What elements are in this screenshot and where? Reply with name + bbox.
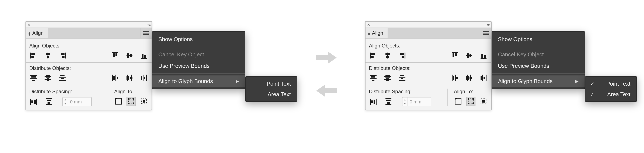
distribute-objects-label: Distribute Objects: xyxy=(369,65,488,71)
svg-rect-110 xyxy=(468,98,469,100)
svg-rect-67 xyxy=(452,52,458,53)
distribute-spacing-label: Distribute Spacing: xyxy=(29,89,98,95)
align-top-button[interactable] xyxy=(111,51,119,60)
menu-show-options[interactable]: Show Options xyxy=(492,33,584,45)
vdist-top-button[interactable] xyxy=(369,74,378,82)
align-to-artboard-button[interactable] xyxy=(114,97,123,106)
chevron-right-icon: ▶ xyxy=(575,79,578,84)
panel-flyout-button[interactable] xyxy=(480,28,491,38)
svg-rect-44 xyxy=(34,100,36,104)
svg-rect-98 xyxy=(484,77,485,79)
svg-rect-37 xyxy=(130,77,132,79)
svg-rect-53 xyxy=(133,98,134,100)
svg-rect-103 xyxy=(376,99,376,105)
collapse-icon[interactable]: «« xyxy=(487,22,490,27)
svg-rect-60 xyxy=(371,56,374,58)
menu-use-preview-bounds[interactable]: Use Preview Bounds xyxy=(492,60,584,72)
align-bottom-button[interactable] xyxy=(140,51,148,60)
align-to-artboard-button[interactable] xyxy=(454,97,462,106)
hdist-right-button[interactable] xyxy=(479,74,488,82)
svg-rect-32 xyxy=(116,75,116,81)
panel-tab-bar: ▴▾ Align xyxy=(366,28,491,39)
spacing-input[interactable] xyxy=(408,98,431,106)
sort-handle-icon: ▴▾ xyxy=(28,31,30,35)
submenu-point-text[interactable]: Point Text xyxy=(246,78,297,89)
check-icon: ✓ xyxy=(590,91,595,98)
svg-rect-68 xyxy=(452,53,454,57)
panel-flyout-menu: Show Options Cancel Key Object Use Previ… xyxy=(492,31,585,89)
tab-align[interactable]: ▴▾ Align xyxy=(366,28,388,38)
align-vcenter-button[interactable] xyxy=(125,51,134,60)
svg-rect-100 xyxy=(370,99,370,105)
submenu-area-text[interactable]: Area Text xyxy=(246,89,297,100)
tab-label: Align xyxy=(372,30,383,36)
vdist-bottom-button[interactable] xyxy=(58,74,67,82)
submenu-area-text[interactable]: ✓Area Text xyxy=(586,89,636,100)
panel-tab-bar: ▴▾ Align xyxy=(26,28,152,39)
hspace-button[interactable] xyxy=(384,98,393,106)
menu-use-preview-bounds[interactable]: Use Preview Bounds xyxy=(152,60,245,72)
align-to-key-object-button[interactable] xyxy=(479,97,488,106)
svg-rect-79 xyxy=(372,80,374,81)
vspace-button[interactable] xyxy=(369,98,378,106)
align-bottom-button[interactable] xyxy=(479,51,488,60)
close-icon[interactable]: × xyxy=(28,22,30,27)
align-to-key-object-button[interactable] xyxy=(140,97,148,106)
check-icon: ✓ xyxy=(590,81,595,87)
hdist-center-button[interactable] xyxy=(125,74,134,82)
svg-rect-2 xyxy=(32,56,34,58)
vdist-center-button[interactable] xyxy=(44,74,52,82)
align-right-button[interactable] xyxy=(398,51,406,60)
align-to-selection-button[interactable] xyxy=(466,97,475,106)
svg-rect-20 xyxy=(30,78,37,79)
menu-align-to-glyph-bounds[interactable]: Align to Glyph Bounds▶ xyxy=(152,75,245,87)
hdist-center-button[interactable] xyxy=(465,74,473,82)
svg-rect-6 xyxy=(65,53,66,58)
align-hcenter-button[interactable] xyxy=(44,51,52,60)
hdist-left-button[interactable] xyxy=(450,74,459,82)
align-left-button[interactable] xyxy=(369,51,378,60)
hspace-button[interactable] xyxy=(44,98,53,106)
svg-rect-18 xyxy=(30,75,37,76)
spacing-spinbox[interactable]: ▴▾ xyxy=(402,97,431,106)
svg-rect-59 xyxy=(371,53,375,55)
align-to-label: Align To: xyxy=(454,89,488,95)
stepper-arrows-icon[interactable]: ▴▾ xyxy=(63,98,68,106)
hdist-right-button[interactable] xyxy=(140,74,148,82)
align-to-selection-button[interactable] xyxy=(127,97,136,106)
panel-flyout-button[interactable] xyxy=(140,28,152,38)
stepper-arrows-icon[interactable]: ▴▾ xyxy=(402,98,408,106)
panel-drag-bar[interactable]: × «« xyxy=(26,22,152,28)
align-objects-label: Align Objects: xyxy=(29,43,148,49)
svg-rect-29 xyxy=(59,80,66,81)
svg-rect-85 xyxy=(399,77,406,78)
menu-show-options[interactable]: Show Options xyxy=(152,33,245,45)
align-top-button[interactable] xyxy=(450,51,459,60)
svg-rect-78 xyxy=(370,78,376,79)
close-icon[interactable]: × xyxy=(367,22,370,27)
panel-drag-bar[interactable]: × «« xyxy=(366,22,491,28)
align-right-button[interactable] xyxy=(58,51,67,60)
svg-rect-26 xyxy=(60,75,64,76)
vdist-center-button[interactable] xyxy=(383,74,392,82)
align-hcenter-button[interactable] xyxy=(383,51,392,60)
vdist-bottom-button[interactable] xyxy=(398,74,406,82)
spacing-input[interactable] xyxy=(68,98,91,106)
vdist-top-button[interactable] xyxy=(29,74,38,82)
menu-align-to-glyph-bounds[interactable]: Align to Glyph Bounds▶ xyxy=(492,75,584,87)
tab-align[interactable]: ▴▾ Align xyxy=(26,28,48,38)
align-left-button[interactable] xyxy=(29,51,38,60)
hdist-left-button[interactable] xyxy=(111,74,119,82)
vspace-button[interactable] xyxy=(29,98,38,106)
svg-rect-41 xyxy=(146,75,147,81)
align-objects-label: Align Objects: xyxy=(369,43,488,49)
spacing-spinbox[interactable]: ▴▾ xyxy=(62,97,92,106)
submenu-point-text[interactable]: ✓Point Text xyxy=(586,78,636,89)
collapse-icon[interactable]: «« xyxy=(147,22,150,27)
svg-rect-11 xyxy=(116,53,117,56)
svg-rect-77 xyxy=(371,76,375,78)
align-vcenter-button[interactable] xyxy=(465,51,473,60)
svg-rect-43 xyxy=(32,100,33,103)
svg-rect-55 xyxy=(133,103,134,104)
menu-separator xyxy=(152,47,245,47)
